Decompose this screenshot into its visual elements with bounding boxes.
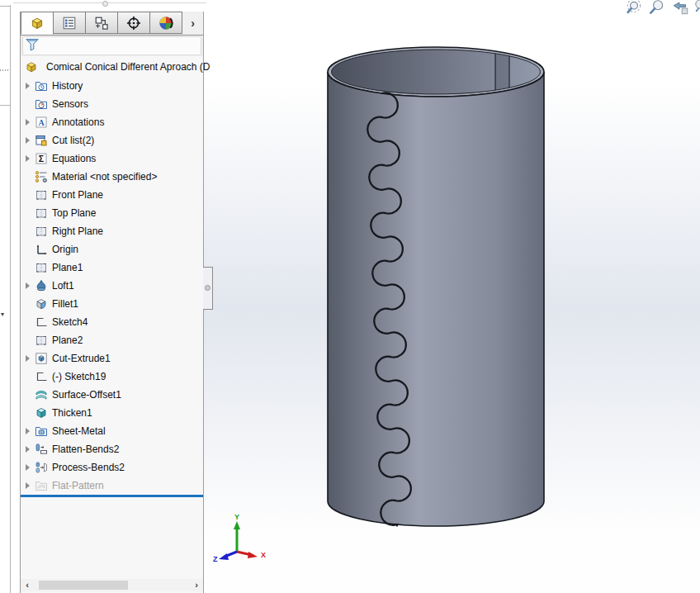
panel-splitter-handle[interactable] xyxy=(203,267,213,310)
tree-item-loft1[interactable]: Loft1 xyxy=(21,277,203,295)
heads-up-view-toolbar xyxy=(625,0,700,15)
triad-y-label: Y xyxy=(234,513,239,521)
cylinder-model[interactable] xyxy=(328,47,544,526)
panel-top-grip[interactable] xyxy=(102,1,108,7)
tree-item-process-bends2[interactable]: Process-Bends2 xyxy=(21,458,203,477)
plane-icon xyxy=(35,261,48,274)
tree-item-sketch19[interactable]: (-) Sketch19 xyxy=(21,368,203,386)
displaymanager-tab[interactable] xyxy=(149,12,182,34)
configurationmanager-tab[interactable] xyxy=(85,12,118,34)
tree-item-surface-offset1[interactable]: Surface-Offset1 xyxy=(21,386,203,404)
collapsed-toolbar-chevron-icon[interactable]: ▾ xyxy=(1,311,4,318)
sketch-icon xyxy=(35,370,48,383)
origin-icon xyxy=(35,243,48,256)
expand-arrow-icon[interactable] xyxy=(21,282,35,289)
fillet-icon xyxy=(35,297,48,311)
scroll-left-icon[interactable]: ‹ xyxy=(21,579,34,591)
zoom-to-area-icon[interactable] xyxy=(648,0,666,15)
expand-arrow-icon[interactable] xyxy=(21,355,35,362)
tree-item-top-plane[interactable]: Top Plane xyxy=(21,204,203,222)
expand-arrow-icon[interactable] xyxy=(21,137,35,144)
tree-item-history[interactable]: History xyxy=(21,77,203,95)
cut-extrude-icon xyxy=(35,352,48,365)
part-icon xyxy=(25,60,38,74)
clipped-edge-icon[interactable] xyxy=(694,0,700,15)
tree-item-equations[interactable]: ΣEquations xyxy=(21,149,203,168)
flatten-bends-icon xyxy=(35,443,48,456)
surface-offset-icon xyxy=(35,388,48,401)
filter-row xyxy=(21,36,203,56)
expand-arrow-icon[interactable] xyxy=(21,482,35,489)
featuremanager-tab[interactable] xyxy=(21,12,54,35)
tree-item-flat-pattern[interactable]: Flat-Pattern xyxy=(21,477,203,495)
expand-arrow-icon[interactable] xyxy=(21,446,35,453)
scrollbar-thumb[interactable] xyxy=(39,581,128,590)
equations-icon: Σ xyxy=(35,152,48,165)
tree-item-material-not-specified[interactable]: Material <not specified> xyxy=(21,168,203,186)
configuration-manager-icon xyxy=(94,16,109,31)
tree-item-front-plane[interactable]: Front Plane xyxy=(21,186,203,204)
tree-item-fillet1[interactable]: Fillet1 xyxy=(21,295,203,313)
filter-funnel-icon xyxy=(25,37,40,55)
tree-item-sensors[interactable]: Sensors xyxy=(21,95,203,113)
dimxpert-icon xyxy=(126,16,141,31)
tree-item-plane2[interactable]: Plane2 xyxy=(21,331,203,349)
annotations-icon: A xyxy=(35,116,48,129)
left-chrome-tick-top xyxy=(0,6,10,7)
panel-tab-bar: › xyxy=(21,12,203,36)
part-icon xyxy=(30,16,45,31)
history-folder-icon xyxy=(35,79,48,93)
expand-arrow-icon[interactable] xyxy=(21,155,35,162)
tree-item-annotations[interactable]: AAnnotations xyxy=(21,113,203,131)
svg-text:A: A xyxy=(38,118,45,127)
plane-icon xyxy=(35,225,48,238)
zoom-to-fit-icon[interactable] xyxy=(625,0,643,15)
panel-horizontal-scrollbar[interactable]: ‹ › xyxy=(21,579,203,591)
expand-arrow-icon[interactable] xyxy=(21,119,35,126)
thicken-icon xyxy=(35,406,48,420)
feature-tree: HistorySensorsAAnnotationsCut list(2)ΣEq… xyxy=(21,77,203,495)
loft-icon xyxy=(35,279,48,292)
previous-view-icon[interactable] xyxy=(671,0,689,15)
tree-item-thicken1[interactable]: Thicken1 xyxy=(21,404,203,422)
cylinder-front-wall[interactable] xyxy=(328,72,544,526)
tree-root-part[interactable]: Comical Conical Different Aproach (D xyxy=(21,56,203,77)
expand-arrow-icon[interactable] xyxy=(21,464,35,471)
orientation-triad[interactable]: Y X Z xyxy=(213,513,266,563)
dimxpertmanager-tab[interactable] xyxy=(117,12,150,34)
tree-item-cut-list-2[interactable]: Cut list(2) xyxy=(21,131,203,149)
splitter-grip-icon xyxy=(205,285,210,291)
tree-item-right-plane[interactable]: Right Plane xyxy=(21,222,203,240)
tree-item-origin[interactable]: Origin xyxy=(21,240,203,259)
sketch-icon xyxy=(35,315,48,329)
flat-pattern-icon xyxy=(35,479,48,492)
expand-arrow-icon[interactable] xyxy=(21,428,35,434)
filter-input[interactable] xyxy=(22,36,201,55)
tree-item-sketch4[interactable]: Sketch4 xyxy=(21,313,203,331)
display-manager-icon xyxy=(158,16,173,31)
triad-z-label: Z xyxy=(213,555,218,563)
toolbar-drag-dots[interactable] xyxy=(0,69,9,71)
root-part-label: Comical Conical Different Aproach (D xyxy=(46,61,210,73)
cut-list-icon xyxy=(35,134,48,147)
scrollbar-track[interactable] xyxy=(34,579,190,591)
feature-manager-panel: › Comical Conical Different Aproach (D H… xyxy=(20,12,204,593)
plane-icon xyxy=(35,188,48,202)
scroll-right-icon[interactable]: › xyxy=(190,579,203,591)
propertymanager-tab[interactable] xyxy=(53,12,86,34)
expand-arrow-icon[interactable] xyxy=(21,83,35,89)
tree-item-cut-extrude1[interactable]: Cut-Extrude1 xyxy=(21,349,203,368)
tree-item-flatten-bends2[interactable]: Flatten-Bends2 xyxy=(21,440,203,458)
plane-icon xyxy=(35,334,48,347)
triad-x-label: X xyxy=(261,551,266,559)
more-tabs-button[interactable]: › xyxy=(182,12,203,35)
left-chrome-tick-mid xyxy=(0,105,10,106)
tree-item-sheet-metal[interactable]: Sheet-Metal xyxy=(21,422,203,440)
left-chrome-divider xyxy=(10,5,11,593)
rollback-bar[interactable] xyxy=(21,495,203,497)
back-seam-strip xyxy=(495,54,509,90)
tree-item-plane1[interactable]: Plane1 xyxy=(21,259,203,277)
plane-icon xyxy=(35,206,48,220)
sensors-folder-icon xyxy=(35,97,48,111)
process-bends-icon xyxy=(35,461,48,474)
